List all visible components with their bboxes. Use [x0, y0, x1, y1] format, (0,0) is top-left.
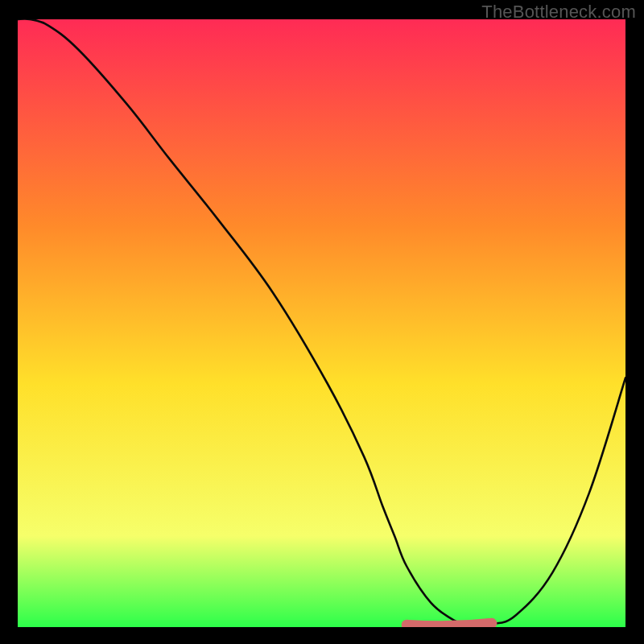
- optimal-range-segment: [407, 623, 492, 626]
- gradient-background: [18, 19, 625, 627]
- plot-area: [18, 19, 625, 627]
- chart-container: TheBottleneck.com: [0, 0, 644, 644]
- watermark-text: TheBottleneck.com: [481, 2, 636, 23]
- chart-svg: [18, 19, 625, 627]
